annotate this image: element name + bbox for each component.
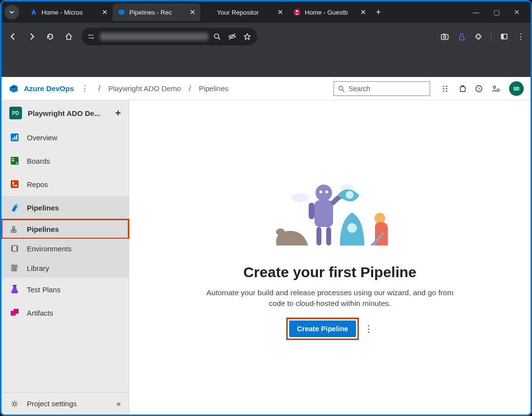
browser-tabstrip: Home - Micros ✕ Pipelines - Rec ✕ Your R… (1, 1, 531, 23)
sidebar-item-pipelines[interactable]: Pipelines (1, 196, 129, 219)
svg-point-53 (325, 190, 328, 193)
sidebar-label: Pipelines (27, 225, 59, 233)
tab-search-dropdown[interactable] (4, 5, 19, 19)
close-icon[interactable]: ✕ (359, 8, 367, 16)
svg-rect-37 (12, 246, 17, 251)
sidebar-item-repos[interactable]: Repos (1, 172, 129, 196)
svg-rect-11 (443, 34, 445, 35)
azure-a-icon (30, 8, 38, 16)
boards-icon (9, 155, 20, 166)
flask-icon[interactable] (458, 32, 466, 41)
artifacts-icon (9, 307, 20, 318)
browser-tab[interactable]: Your Repositor ✕ (200, 3, 288, 21)
sidebar-label: Pipelines (27, 204, 59, 212)
ado-logo-icon[interactable] (8, 83, 19, 94)
browser-tab[interactable]: Home - Guestb ✕ (288, 3, 371, 21)
testplans-icon (9, 284, 20, 295)
search-input[interactable]: Search (334, 81, 430, 96)
breadcrumb-project[interactable]: Playwright ADO Demo (108, 84, 181, 93)
svg-point-1 (296, 10, 298, 13)
close-icon[interactable]: ✕ (276, 8, 284, 16)
minimize-button[interactable]: ― (472, 8, 480, 16)
pipelines-sub-icon (9, 224, 20, 234)
create-pipeline-button[interactable]: Create Pipeline (289, 321, 356, 337)
svg-point-32 (15, 185, 17, 187)
project-settings-link[interactable]: Project settings « (1, 392, 129, 415)
back-button[interactable] (7, 31, 19, 42)
svg-point-14 (339, 86, 343, 90)
close-icon[interactable]: ✕ (101, 8, 109, 16)
sidebar-subitem-library[interactable]: Library (1, 258, 129, 278)
svg-rect-23 (12, 138, 14, 140)
breadcrumb-section[interactable]: Pipelines (199, 84, 229, 93)
sidebar-item-boards[interactable]: Boards (1, 149, 129, 172)
sidebar-item-artifacts[interactable]: Artifacts (1, 301, 129, 324)
search-placeholder: Search (349, 85, 370, 93)
maximize-button[interactable]: ▢ (493, 8, 500, 16)
forward-button[interactable] (26, 31, 38, 42)
address-bar[interactable] (81, 28, 257, 45)
new-tab-button[interactable]: + (371, 7, 386, 18)
work-items-icon[interactable] (442, 85, 451, 93)
omnibox-actions (213, 33, 251, 40)
user-avatar[interactable] (509, 81, 524, 96)
browser-menu-icon[interactable]: ⋮ (517, 32, 525, 41)
svg-rect-42 (15, 265, 17, 271)
page-content: Azure DevOps ⋮ / Playwright ADO Demo / P… (1, 77, 531, 415)
svg-point-19 (493, 86, 496, 88)
bookmark-star-icon[interactable] (243, 33, 251, 40)
breadcrumb-sep: / (99, 84, 100, 93)
close-icon[interactable]: ✕ (189, 8, 197, 16)
sidebar-label: Environments (27, 245, 72, 253)
collapse-sidebar-icon[interactable]: « (117, 399, 121, 408)
sidebar: PD Playwright ADO De... + Overview Board… (1, 100, 129, 415)
home-button[interactable] (63, 31, 75, 42)
svg-line-7 (218, 38, 220, 39)
marketplace-icon[interactable] (459, 85, 466, 93)
svg-rect-41 (14, 265, 15, 271)
svg-rect-27 (12, 158, 14, 159)
close-window-button[interactable]: ✕ (513, 8, 521, 16)
svg-point-49 (276, 228, 285, 235)
svg-rect-28 (12, 160, 14, 161)
svg-rect-54 (309, 203, 315, 219)
svg-point-59 (374, 213, 385, 224)
add-project-button[interactable]: + (115, 108, 121, 119)
action-row: Create Pipeline ⋮ (287, 318, 373, 340)
pipelines-icon (9, 202, 20, 213)
sidebar-subitem-pipelines[interactable]: Pipelines (1, 219, 129, 239)
org-menu-icon[interactable]: ⋮ (79, 84, 91, 93)
svg-line-8 (229, 34, 235, 39)
header-actions: ? (442, 81, 524, 96)
sidebar-label: Artifacts (27, 309, 53, 317)
extensions-icon[interactable] (474, 33, 482, 40)
breadcrumb-sep: / (189, 84, 191, 93)
site-info-icon[interactable] (87, 33, 95, 40)
brand-link[interactable]: Azure DevOps (24, 84, 74, 93)
browser-tab[interactable]: Pipelines - Rec ✕ (113, 3, 200, 21)
browser-spacer (1, 50, 531, 77)
svg-point-47 (291, 193, 309, 202)
sidebar-item-overview[interactable]: Overview (1, 126, 129, 149)
eye-off-icon[interactable] (228, 33, 236, 40)
user-settings-icon[interactable] (492, 85, 500, 93)
camera-icon[interactable] (440, 33, 449, 40)
sidepanel-icon[interactable] (500, 33, 508, 40)
zoom-icon[interactable] (213, 33, 221, 40)
sidebar-item-testplans[interactable]: Test Plans (1, 278, 129, 301)
repos-icon (9, 179, 20, 189)
svg-point-2 (89, 35, 90, 36)
help-icon[interactable]: ? (475, 85, 483, 93)
sidebar-subitem-environments[interactable]: Environments (1, 239, 129, 258)
svg-text:?: ? (477, 86, 480, 91)
more-actions-icon[interactable]: ⋮ (364, 323, 373, 334)
svg-point-51 (315, 185, 332, 201)
window-controls: ― ▢ ✕ (472, 8, 531, 16)
project-switcher[interactable]: PD Playwright ADO De... + (1, 100, 129, 126)
svg-rect-35 (14, 230, 16, 232)
blank-icon (205, 8, 213, 16)
reload-button[interactable] (44, 31, 56, 42)
svg-point-10 (444, 36, 446, 38)
ado-header: Azure DevOps ⋮ / Playwright ADO Demo / P… (1, 77, 531, 100)
browser-tab[interactable]: Home - Micros ✕ (25, 3, 113, 21)
